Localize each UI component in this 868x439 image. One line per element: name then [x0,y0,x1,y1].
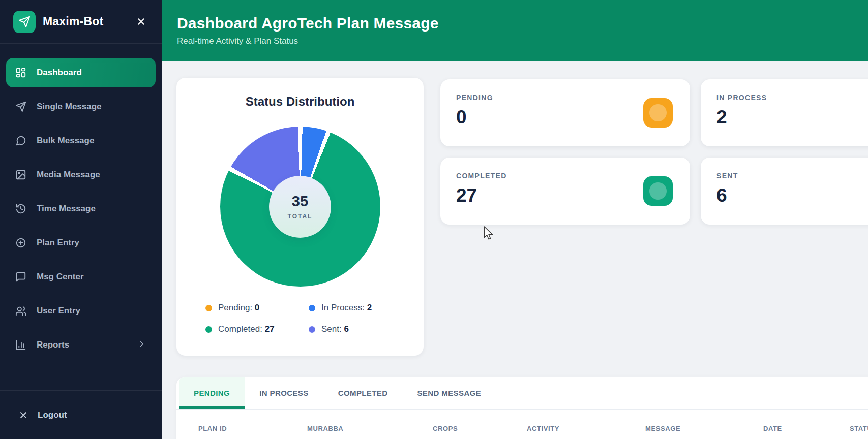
table-header-row: PLAN ID MURABBA CROPS ACTIVITY MESSAGE D… [176,410,868,432]
plans-panel: PENDING IN PROCESS COMPLETED SEND MESSAG… [176,377,868,439]
completed-badge-icon [643,176,673,206]
page-header: Dashboard AgroTech Plan Message Real-tim… [162,0,868,61]
column-header-activity: ACTIVITY [527,425,645,432]
column-header-date: DATE [763,425,850,432]
legend-dot [309,326,315,333]
dashboard-content: Status Distribution 35 TOTAL Pending: 0I… [162,61,868,439]
sidebar-item-label: Msg Center [37,272,84,282]
sidebar-item-label: User Entry [37,306,80,316]
tab-pending[interactable]: PENDING [179,377,245,409]
legend-label: Pending: 0 [218,303,259,313]
sidebar-header: Maxim-Bot [0,0,162,44]
bar-chart-icon [15,339,26,351]
legend-item: Completed: 27 [205,324,309,334]
plus-circle-icon [15,237,26,248]
sidebar-item-bulk-message[interactable]: Bulk Message [6,126,156,155]
logout-button[interactable]: Logout [6,403,156,427]
column-header-murabba: MURABBA [307,425,433,432]
sidebar-item-label: Dashboard [37,68,82,78]
donut-chart: 35 TOTAL [220,127,380,287]
main-area: Dashboard AgroTech Plan Message Real-tim… [162,0,868,439]
legend-label: Completed: 27 [218,324,275,334]
legend-dot [205,326,212,333]
sidebar-item-label: Plan Entry [37,238,79,248]
column-header-message: MESSAGE [645,425,763,432]
legend-item: Pending: 0 [205,303,309,313]
app-title: Maxim-Bot [43,15,103,28]
stat-value: 6 [716,185,868,206]
stat-card-sent: SENT 6 [701,158,868,225]
dashboard-icon [15,67,26,78]
send-icon [18,16,31,28]
column-header-plan-id: PLAN ID [198,425,307,432]
column-header-crops: CROPS [433,425,527,432]
sidebar-item-label: Reports [37,340,69,350]
stat-card-in-process: IN PROCESS 2 [701,79,868,146]
stats-grid: PENDING 0 IN PROCESS 2 COMPLETED 27 SENT… [440,79,868,225]
users-icon [15,305,26,317]
sidebar-item-label: Bulk Message [37,136,94,146]
sidebar: Maxim-Bot Dashboard Single Message Bulk … [0,0,162,439]
legend-item: In Process: 2 [309,303,395,313]
stat-value: 2 [716,107,868,128]
status-distribution-card: Status Distribution 35 TOTAL Pending: 0I… [176,78,424,356]
logout-x-icon [18,410,28,420]
tab-completed[interactable]: COMPLETED [323,377,403,409]
app-window: Maxim-Bot Dashboard Single Message Bulk … [0,0,868,439]
image-icon [15,169,26,180]
chat-bubble-icon [15,135,26,146]
sidebar-item-label: Media Message [37,170,100,180]
donut-center: 35 TOTAL [269,176,331,238]
history-icon [15,203,26,214]
legend-dot [205,305,212,311]
page-title: Dashboard AgroTech Plan Message [177,15,853,32]
column-header-status: STATUS [850,425,868,432]
total-value: 35 [292,193,308,210]
sidebar-item-dashboard[interactable]: Dashboard [6,58,156,87]
chart-title: Status Distribution [176,95,424,109]
sidebar-item-msg-center[interactable]: Msg Center [6,262,156,292]
tab-in-process[interactable]: IN PROCESS [245,377,323,409]
stat-card-pending: PENDING 0 [440,79,690,146]
pending-badge-icon [643,98,673,128]
message-square-icon [15,271,26,283]
stat-label: COMPLETED [456,172,676,180]
sidebar-item-user-entry[interactable]: User Entry [6,296,156,326]
legend-item: Sent: 6 [309,324,395,334]
legend-label: Sent: 6 [321,324,349,334]
sidebar-item-label: Time Message [37,204,96,214]
stat-label: IN PROCESS [716,93,868,102]
stat-card-completed: COMPLETED 27 [440,158,690,225]
sidebar-close-button[interactable] [134,14,148,29]
legend-dot [309,305,315,311]
sidebar-item-single-message[interactable]: Single Message [6,92,156,121]
legend-label: In Process: 2 [321,303,372,313]
sidebar-footer: Logout [0,390,162,439]
sidebar-item-reports[interactable]: Reports [6,330,156,360]
chart-legend: Pending: 0In Process: 2Completed: 27Sent… [176,303,424,334]
stat-label: SENT [716,172,868,180]
send-icon [15,101,26,112]
total-label: TOTAL [288,213,313,220]
tab-send-message[interactable]: SEND MESSAGE [402,377,496,409]
app-logo [13,11,36,33]
logout-label: Logout [38,410,67,420]
stat-label: PENDING [456,93,676,102]
close-icon [136,16,146,27]
sidebar-nav: Dashboard Single Message Bulk Message Me… [0,44,162,390]
tab-bar: PENDING IN PROCESS COMPLETED SEND MESSAG… [176,377,868,410]
page-subtitle: Real-time Activity & Plan Status [177,36,853,46]
sidebar-item-plan-entry[interactable]: Plan Entry [6,228,156,258]
sidebar-item-time-message[interactable]: Time Message [6,194,156,224]
sidebar-item-media-message[interactable]: Media Message [6,160,156,190]
sidebar-item-label: Single Message [37,102,102,112]
chevron-right-icon [137,339,146,351]
